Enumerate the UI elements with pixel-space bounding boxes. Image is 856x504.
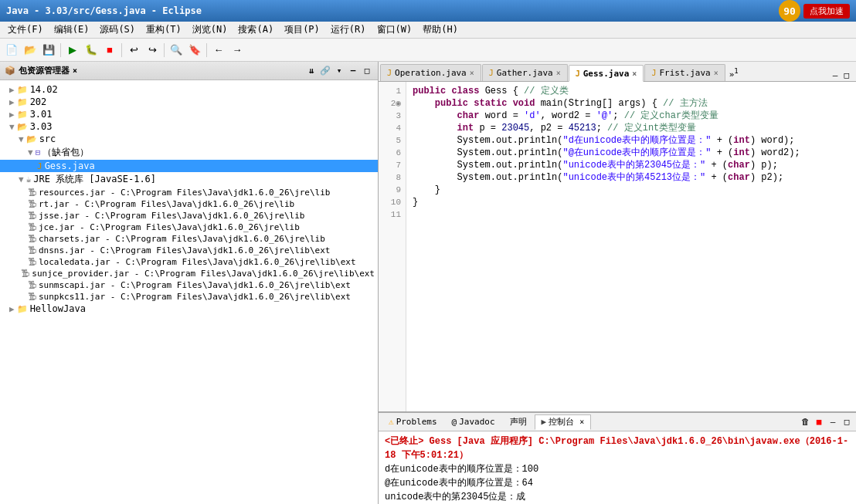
debug-button[interactable]: 🐛 [83,42,100,59]
new-button[interactable]: 📄 [3,42,20,59]
tree-item-rt-jar[interactable]: 🗜 rt.jar - C:\Program Files\Java\jdk1.6.… [0,198,378,210]
tree-label: resources.jar - C:\Program Files\Java\jd… [39,188,331,198]
tab-problems[interactable]: ⚠ Problems [382,414,444,430]
menu-source[interactable]: 源码(S) [95,22,140,37]
panel-title: 📦 包资源管理器 × [5,65,77,76]
open-button[interactable]: 📂 [22,42,39,59]
title-bar-right: 90 点我加速 [779,0,850,22]
tree-item-sunmscapi-jar[interactable]: 🗜 sunmscapi.jar - C:\Program Files\Java\… [0,279,378,291]
code-content[interactable]: public class Gess { // 定义类 public static… [406,82,856,411]
java-file-icon: J [37,161,42,171]
tab-close-icon[interactable]: × [714,69,718,77]
title-text: Java - 3.03/src/Gess.java - Eclipse [6,5,202,16]
maximize-editor-icon[interactable]: □ [841,69,851,81]
save-button[interactable]: 💾 [40,42,57,59]
tree-item-301[interactable]: ▶ 📁 3.01 [0,108,378,120]
expand-icon: ▶ [9,85,15,95]
tab-gather-java[interactable]: J Gather.java × [482,64,568,81]
navigate-button[interactable]: 🔖 [186,42,203,59]
tree-label: sunjce_provider.jar - C:\Program Files\J… [32,269,375,279]
menu-refactor[interactable]: 重构(T) [141,22,186,37]
line-num-7: 7 [383,159,401,171]
tree-item-jsse-jar[interactable]: 🗜 jsse.jar - C:\Program Files\Java\jdk1.… [0,210,378,222]
tree-item-resources-jar[interactable]: 🗜 resources.jar - C:\Program Files\Java\… [0,187,378,198]
tab-close-icon[interactable]: × [556,69,561,77]
tree-label: 3.03 [30,121,53,132]
code-line-9: } [413,184,850,196]
right-panel: J Operation.java × J Gather.java × J Ges… [379,62,856,504]
menu-run[interactable]: 运行(R) [326,22,371,37]
tab-close-icon[interactable]: × [470,69,474,77]
back-button[interactable]: ← [210,42,227,59]
menu-help[interactable]: 帮助(H) [418,22,463,37]
collapse-all-icon[interactable]: ⇊ [305,65,318,77]
jar-icon: 🗜 [28,292,36,302]
link-with-editor-icon[interactable]: 🔗 [319,65,331,77]
code-editor[interactable]: 1 2◉ 3 4 5 6 7 8 9 10 11 public class Ge… [379,82,856,411]
folder-icon: 📁 [17,304,28,314]
console-icon: ▶ [542,417,547,427]
menu-file[interactable]: 文件(F) [3,22,48,37]
ad-button[interactable]: 点我加速 [803,4,850,19]
tab-frist-java[interactable]: J Frist.java × [644,64,725,81]
line-num-5: 5 [383,134,401,147]
menu-project[interactable]: 项目(P) [280,22,324,37]
expand-icon: ▼ [28,147,33,157]
stop-button[interactable]: ■ [101,42,118,59]
tab-javadoc[interactable]: @ Javadoc [445,414,502,430]
jar-icon: 🗜 [21,269,29,279]
tree-item-303[interactable]: ▼ 📂 3.03 [0,120,378,133]
minimize-bottom-icon[interactable]: — [827,416,839,428]
menu-window[interactable]: 窗口(W) [372,22,417,37]
forward-button[interactable]: → [229,42,246,59]
tab-console[interactable]: ▶ 控制台 × [535,414,592,430]
tree-item-202[interactable]: ▶ 📁 202 [0,96,378,108]
panel-title-label: 包资源管理器 [19,65,70,76]
tab-operation-java[interactable]: J Operation.java × [380,64,481,81]
search-button[interactable]: 🔍 [168,42,185,59]
terminate-icon[interactable]: ■ [813,416,825,428]
tree-label: Gess.java [45,161,95,171]
tree-item-jce-jar[interactable]: 🗜 jce.jar - C:\Program Files\Java\jdk1.6… [0,222,378,233]
menu-edit[interactable]: 编辑(E) [49,22,94,37]
tree-item-1402[interactable]: ▶ 📁 14.02 [0,83,378,96]
tree-label: charsets.jar - C:\Program Files\Java\jdk… [39,234,325,244]
problems-label: Problems [396,417,437,427]
undo-button[interactable]: ↩ [125,42,142,59]
tab-gess-java[interactable]: J Gess.java × [569,65,644,82]
problems-icon: ⚠ [389,417,394,427]
clear-console-icon[interactable]: 🗑 [799,416,811,428]
view-menu-icon[interactable]: ▾ [333,65,345,77]
tree-item-sunpkcs11-jar[interactable]: 🗜 sunpkcs11.jar - C:\Program Files\Java\… [0,291,378,303]
tab-close-icon[interactable]: × [632,69,637,78]
tree-label: （缺省包） [42,146,89,159]
menu-navigate[interactable]: 浏览(N) [188,22,233,37]
tree-item-src[interactable]: ▼ 📂 src [0,133,378,145]
package-icon: 📦 [5,66,15,76]
tree-item-hellowjava[interactable]: ▶ 📁 HellowJava [0,303,378,315]
maximize-bottom-icon[interactable]: □ [841,416,853,428]
tree-item-sunjce-jar[interactable]: 🗜 sunjce_provider.jar - C:\Program Files… [0,268,378,279]
tree-item-jre[interactable]: ▼ ☕ JRE 系统库 [JavaSE-1.6] [0,172,378,187]
console-line-3: unicode表中的第23045位是：成 [385,490,850,504]
minimize-panel-icon[interactable]: — [347,65,359,77]
tree-item-default-pkg[interactable]: ▼ ⊟ （缺省包） [0,145,378,160]
editor-tabs: J Operation.java × J Gather.java × J Ges… [379,62,856,82]
run-button[interactable]: ▶ [64,42,81,59]
title-bar: Java - 3.03/src/Gess.java - Eclipse 90 点… [0,0,856,22]
console-close-icon[interactable]: × [579,418,584,426]
minimize-editor-icon[interactable]: — [831,69,841,81]
tree-item-dnsns-jar[interactable]: 🗜 dnsns.jar - C:\Program Files\Java\jdk1… [0,245,378,256]
javadoc-label: Javadoc [459,417,494,427]
tree-item-gess-java[interactable]: J Gess.java [0,160,378,172]
tree-item-localedata-jar[interactable]: 🗜 localedata.jar - C:\Program Files\Java… [0,256,378,268]
menu-search[interactable]: 搜索(A) [233,22,278,37]
redo-button[interactable]: ↪ [144,42,161,59]
tree-item-charsets-jar[interactable]: 🗜 charsets.jar - C:\Program Files\Java\j… [0,233,378,245]
maximize-panel-icon[interactable]: □ [361,65,373,77]
tab-label: Gess.java [583,69,630,79]
line-num-11: 11 [383,208,401,221]
tab-declaration[interactable]: 声明 [503,414,534,430]
tree-content: ▶ 📁 14.02 ▶ 📁 202 ▶ 📁 3.01 ▼ 📂 3.03 [0,80,378,504]
tabs-overflow-icon[interactable]: »1 [726,66,742,81]
